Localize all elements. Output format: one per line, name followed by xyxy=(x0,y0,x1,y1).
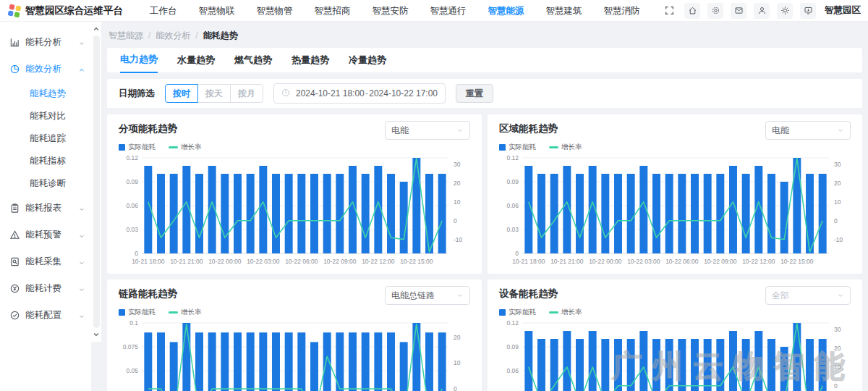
svg-text:10: 10 xyxy=(834,198,841,206)
charts-grid: 分项能耗趋势 电能 实际能耗 增长率 00.030.060.090.12-100… xyxy=(107,114,862,391)
legend-actual[interactable]: 实际能耗 xyxy=(119,308,156,317)
app-logo-icon xyxy=(8,4,22,17)
sidebar-group[interactable]: 能耗报表 xyxy=(0,195,91,222)
chart-canvas: 00.030.060.090.12-10010203010-21 18:0010… xyxy=(499,319,851,391)
chart-legend: 实际能耗 增长率 xyxy=(119,143,470,152)
date-end[interactable]: 2024-10-22 17:00 xyxy=(369,88,438,98)
date-mode-button[interactable]: 按天 xyxy=(197,84,231,103)
sidebar-group[interactable]: 能耗采集 xyxy=(0,248,91,275)
chevron-down-icon xyxy=(837,289,844,302)
sidebar-group[interactable]: 能耗预警 xyxy=(0,222,91,248)
energy-type-select[interactable]: 电能 xyxy=(385,121,470,140)
user-name[interactable]: 智慧园区 xyxy=(825,4,861,17)
sidebar-scrollbar[interactable] xyxy=(91,22,101,342)
svg-text:10-21 18:00: 10-21 18:00 xyxy=(512,258,545,265)
chevron-up-icon xyxy=(78,66,85,73)
link-select[interactable]: 电能总链路 xyxy=(385,286,470,305)
date-start[interactable]: 2024-10-21 18:00 xyxy=(296,88,365,98)
device-select[interactable]: 全部 xyxy=(765,286,851,305)
user-icon[interactable] xyxy=(754,3,770,19)
sidebar-group[interactable]: 能效分析 xyxy=(0,56,91,83)
svg-text:10: 10 xyxy=(454,359,461,366)
scroll-up-icon[interactable] xyxy=(93,25,100,33)
breadcrumb-item[interactable]: 能效分析 xyxy=(156,30,190,42)
mail-icon[interactable] xyxy=(731,3,746,19)
scrollbar-track[interactable] xyxy=(93,35,100,328)
nav-item[interactable]: 智慧物管 xyxy=(246,0,304,22)
breadcrumb-item[interactable]: 智慧能源 xyxy=(109,30,143,42)
top-bar: 智慧园区综合运维平台 工作台智慧物联智慧物管智慧招商智慧安防智慧通行智慧能源智慧… xyxy=(0,0,868,22)
svg-text:0.1: 0.1 xyxy=(129,319,138,327)
svg-text:0: 0 xyxy=(135,250,138,257)
sidebar-group[interactable]: 能耗配置 xyxy=(0,302,91,329)
svg-text:10: 10 xyxy=(834,363,841,371)
energy-type-select[interactable]: 电能 xyxy=(765,121,851,140)
reset-button[interactable]: 重置 xyxy=(456,84,493,103)
nav-item[interactable]: 智慧能源 xyxy=(477,0,535,22)
legend-growth[interactable]: 增长率 xyxy=(549,308,582,317)
legend-growth[interactable]: 增长率 xyxy=(169,143,202,152)
pie-chart-icon xyxy=(9,64,20,75)
report-icon xyxy=(9,203,20,214)
tab-item[interactable]: 燃气趋势 xyxy=(234,48,272,72)
legend-actual[interactable]: 实际能耗 xyxy=(119,143,156,152)
legend-growth[interactable]: 增长率 xyxy=(169,308,202,317)
sun-icon[interactable] xyxy=(777,3,793,19)
chevron-down-icon xyxy=(456,124,464,137)
sidebar-item-link[interactable]: 能耗指标 xyxy=(0,150,91,172)
date-mode-button[interactable]: 按月 xyxy=(230,84,263,103)
home-icon[interactable] xyxy=(684,3,700,19)
svg-text:10-22 00:00: 10-22 00:00 xyxy=(589,258,622,265)
sidebar-item-link[interactable]: 能耗诊断 xyxy=(0,172,91,195)
svg-text:0: 0 xyxy=(454,385,457,391)
nav-item[interactable]: 工作台 xyxy=(139,0,188,22)
nav-item[interactable]: 智慧消防 xyxy=(593,0,651,22)
chevron-down-icon xyxy=(78,39,85,46)
fullscreen-icon[interactable] xyxy=(661,3,677,19)
tab-item[interactable]: 冷量趋势 xyxy=(349,48,386,72)
chart-canvas: 00.030.060.090.12-10010203010-21 18:0010… xyxy=(499,154,851,268)
display-icon[interactable] xyxy=(800,3,816,19)
svg-text:0.06: 0.06 xyxy=(506,202,519,209)
top-nav: 工作台智慧物联智慧物管智慧招商智慧安防智慧通行智慧能源智慧建筑智慧消防 xyxy=(139,0,651,22)
breadcrumb-separator: / xyxy=(148,30,150,41)
sidebar-item-link[interactable]: 能耗对比 xyxy=(0,105,91,127)
date-range-picker[interactable]: 2024-10-21 18:00 - 2024-10-22 17:00 xyxy=(273,83,446,104)
svg-text:20: 20 xyxy=(454,180,461,187)
svg-text:0.06: 0.06 xyxy=(126,202,138,209)
sidebar-group[interactable]: 能耗计费 xyxy=(0,275,91,302)
filter-bar: 日期筛选 按时按天按月 2024-10-21 18:00 - 2024-10-2… xyxy=(107,79,862,108)
gear-icon[interactable] xyxy=(707,3,723,19)
svg-text:10-21 21:00: 10-21 21:00 xyxy=(170,258,203,265)
sidebar-item-link[interactable]: 能耗追踪 xyxy=(0,127,91,150)
sidebar-group-label: 能耗采集 xyxy=(25,256,78,268)
legend-growth[interactable]: 增长率 xyxy=(549,143,582,152)
svg-text:10-22 09:00: 10-22 09:00 xyxy=(323,258,357,265)
svg-text:0.12: 0.12 xyxy=(126,154,138,161)
svg-text:0: 0 xyxy=(834,217,838,224)
clock-icon xyxy=(281,87,290,100)
nav-item[interactable]: 智慧建筑 xyxy=(535,0,593,22)
line-swatch xyxy=(169,311,178,314)
tab-active[interactable]: 电力趋势 xyxy=(120,47,158,73)
nav-item[interactable]: 智慧通行 xyxy=(420,0,477,22)
nav-item[interactable]: 智慧招商 xyxy=(304,0,362,22)
sidebar-item-active[interactable]: 能耗趋势 xyxy=(0,83,91,105)
chevron-down-icon xyxy=(78,285,85,293)
legend-actual[interactable]: 实际能耗 xyxy=(499,308,536,317)
legend-actual[interactable]: 实际能耗 xyxy=(499,143,536,152)
svg-text:20: 20 xyxy=(454,334,461,341)
nav-item[interactable]: 智慧安防 xyxy=(362,0,420,22)
warning-icon xyxy=(9,230,20,240)
bar-swatch xyxy=(119,144,125,151)
scroll-down-icon[interactable] xyxy=(93,330,100,339)
date-mode-button[interactable]: 按时 xyxy=(165,84,198,103)
sidebar-group[interactable]: 能耗分析 xyxy=(0,29,91,56)
main-content: 智慧能源/能效分析/能耗趋势 电力趋势水量趋势燃气趋势热量趋势冷量趋势 日期筛选… xyxy=(101,22,868,391)
svg-text:10-22 12:00: 10-22 12:00 xyxy=(742,258,775,265)
tab-item[interactable]: 水量趋势 xyxy=(177,48,215,72)
nav-item[interactable]: 智慧物联 xyxy=(188,0,246,22)
chart-card-device-trend: 设备能耗趋势 全部 实际能耗 增长率 00.030.060.090.12-100… xyxy=(488,279,862,391)
tab-item[interactable]: 热量趋势 xyxy=(292,48,329,72)
svg-text:0.03: 0.03 xyxy=(126,226,138,233)
